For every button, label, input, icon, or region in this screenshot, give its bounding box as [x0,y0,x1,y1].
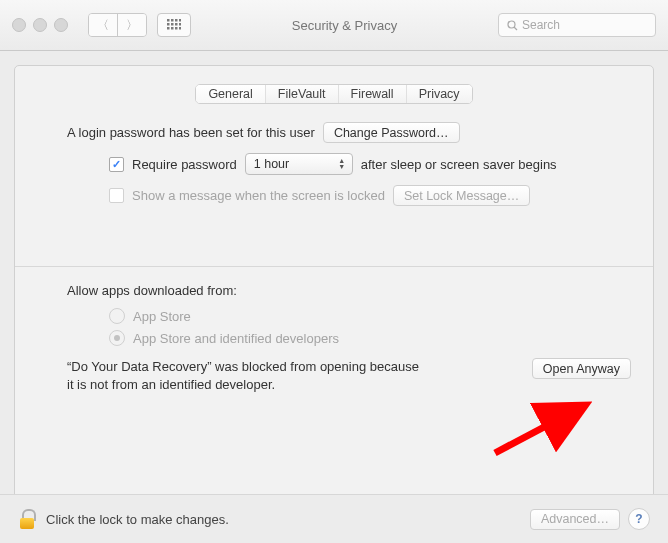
lock-icon[interactable] [18,509,36,529]
open-anyway-button[interactable]: Open Anyway [532,358,631,379]
forward-button[interactable]: 〉 [117,14,146,36]
tab-firewall[interactable]: Firewall [338,85,406,103]
svg-rect-4 [167,23,170,26]
svg-line-13 [514,27,517,30]
tab-privacy[interactable]: Privacy [406,85,472,103]
footer-bar: Click the lock to make changes. Advanced… [0,494,668,543]
require-password-checkbox[interactable] [109,157,124,172]
svg-rect-6 [175,23,178,26]
radio-appstore [109,308,125,324]
show-message-label: Show a message when the screen is locked [132,188,385,203]
login-password-label: A login password has been set for this u… [67,125,315,140]
zoom-window-dot[interactable] [54,18,68,32]
tab-label: Firewall [351,87,394,101]
search-placeholder: Search [522,18,560,32]
tab-label: Privacy [419,87,460,101]
nav-back-forward: 〈 〉 [88,13,147,37]
tab-general[interactable]: General [196,85,264,103]
gatekeeper-option-identified: App Store and identified developers [109,330,631,346]
help-button[interactable]: ? [628,508,650,530]
section-divider [15,266,653,267]
close-window-dot[interactable] [12,18,26,32]
window-toolbar: 〈 〉 Security & Privacy Search [0,0,668,51]
traffic-lights [12,18,68,32]
show-message-checkbox[interactable] [109,188,124,203]
radio-identified-label: App Store and identified developers [133,331,339,346]
search-input[interactable]: Search [498,13,656,37]
back-button[interactable]: 〈 [89,14,117,36]
login-password-row: A login password has been set for this u… [67,122,631,143]
change-password-button[interactable]: Change Password… [323,122,460,143]
svg-rect-11 [179,27,181,30]
require-password-label-pre: Require password [132,157,237,172]
svg-rect-10 [175,27,178,30]
lock-hint-text: Click the lock to make changes. [46,512,229,527]
chevron-left-icon: 〈 [97,17,109,34]
tab-bar: General FileVault Firewall Privacy [37,84,631,104]
updown-caret-icon: ▲▼ [336,154,348,174]
require-password-delay-select[interactable]: 1 hour ▲▼ [245,153,353,175]
tab-label: FileVault [278,87,326,101]
svg-rect-0 [167,19,170,22]
radio-identified [109,330,125,346]
preferences-pane: General FileVault Firewall Privacy A log… [14,65,654,505]
svg-rect-5 [171,23,174,26]
blocked-app-text: “Do Your Data Recovery” was blocked from… [67,358,427,393]
tab-filevault[interactable]: FileVault [265,85,338,103]
window-title: Security & Privacy [201,18,488,33]
require-password-row: Require password 1 hour ▲▼ after sleep o… [109,153,631,175]
svg-rect-7 [179,23,181,26]
blocked-app-row: “Do Your Data Recovery” was blocked from… [67,358,631,393]
show-message-row: Show a message when the screen is locked… [109,185,631,206]
advanced-button[interactable]: Advanced… [530,509,620,530]
minimize-window-dot[interactable] [33,18,47,32]
gatekeeper-option-appstore: App Store [109,308,631,324]
require-password-delay-value: 1 hour [254,157,289,171]
require-password-label-post: after sleep or screen saver begins [361,157,557,172]
svg-point-12 [508,21,515,28]
show-all-button[interactable] [157,13,191,37]
gatekeeper-section-label: Allow apps downloaded from: [67,283,631,298]
tab-label: General [208,87,252,101]
svg-rect-9 [171,27,174,30]
svg-rect-2 [175,19,178,22]
svg-rect-8 [167,27,170,30]
svg-rect-3 [179,19,181,22]
svg-line-14 [495,408,580,453]
svg-rect-1 [171,19,174,22]
search-icon [507,20,518,31]
radio-appstore-label: App Store [133,309,191,324]
set-lock-message-button: Set Lock Message… [393,185,530,206]
chevron-right-icon: 〉 [126,17,138,34]
grid-icon [167,19,181,31]
annotation-arrow [485,398,595,458]
